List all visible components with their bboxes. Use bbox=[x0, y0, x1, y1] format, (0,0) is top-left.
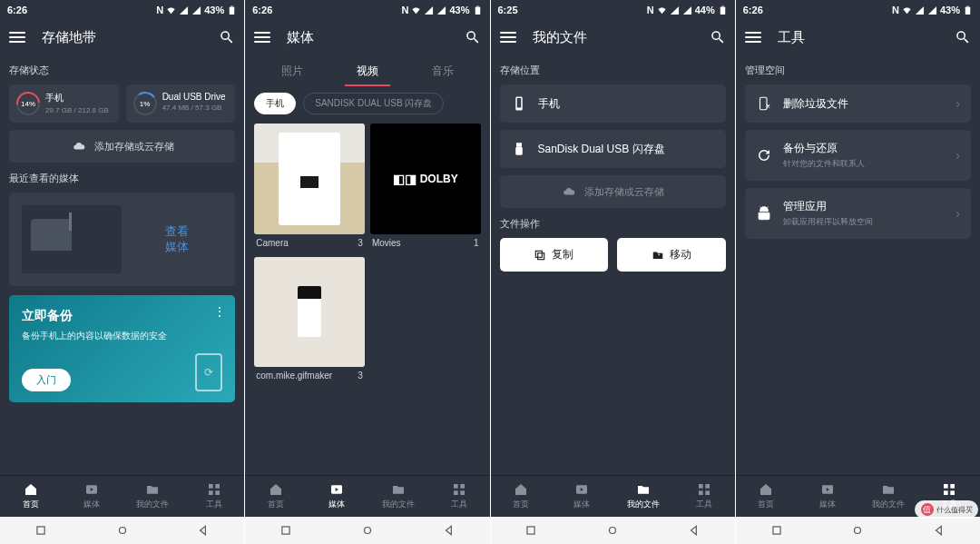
svg-rect-27 bbox=[699, 484, 703, 489]
back-key[interactable] bbox=[443, 524, 456, 537]
status-bar: 6:25 N 44% bbox=[491, 0, 735, 20]
status-bar: 6:26 N 43% bbox=[736, 0, 980, 20]
recent-apps[interactable] bbox=[34, 524, 47, 537]
svg-rect-40 bbox=[951, 490, 956, 495]
clock: 6:26 bbox=[252, 5, 272, 15]
tool-manage-apps[interactable]: 管理应用卸载应用程序以释放空间 › bbox=[745, 188, 971, 239]
files-icon bbox=[636, 482, 651, 497]
svg-rect-5 bbox=[209, 490, 213, 495]
tool-delete-junk[interactable]: 删除垃圾文件 › bbox=[745, 84, 971, 123]
nav-files[interactable]: 我的文件 bbox=[122, 476, 183, 517]
video-grid: Camera3 DOLBY Movies1 com.mike.gifmaker3 bbox=[254, 124, 480, 384]
status-bar: 6:26 N 43% bbox=[245, 0, 489, 20]
recent-apps[interactable] bbox=[279, 524, 292, 537]
section-title: 管理空间 bbox=[745, 64, 971, 77]
nav-media[interactable]: 媒体 bbox=[552, 476, 612, 517]
wifi-icon bbox=[657, 5, 667, 15]
tab-music[interactable]: 音乐 bbox=[405, 56, 480, 86]
section-title: 最近查看的媒体 bbox=[9, 172, 235, 185]
clock: 6:25 bbox=[498, 5, 518, 15]
nav-files[interactable]: 我的文件 bbox=[858, 476, 918, 517]
usage-ring: 1% bbox=[133, 92, 157, 115]
add-storage-button[interactable]: 添加存储或云存储 bbox=[9, 130, 235, 163]
video-folder[interactable]: DOLBY Movies1 bbox=[370, 124, 481, 252]
chip-usb[interactable]: SANDISK DUAL USB 闪存盘 bbox=[303, 93, 444, 114]
back-key[interactable] bbox=[197, 524, 210, 537]
cloud-icon bbox=[561, 185, 577, 198]
svg-rect-10 bbox=[476, 5, 478, 6]
home-key[interactable] bbox=[606, 524, 619, 537]
home-key[interactable] bbox=[116, 524, 129, 537]
content-area: 存储状态 14% 手机 29.7 GB / 212.8 GB 1% Dual U… bbox=[0, 54, 244, 475]
search-button[interactable] bbox=[219, 29, 235, 45]
tab-videos[interactable]: 视频 bbox=[329, 56, 405, 86]
nav-home[interactable]: 首页 bbox=[736, 476, 797, 517]
status-icons: N 43% bbox=[402, 5, 483, 15]
search-button[interactable] bbox=[955, 29, 971, 45]
menu-button[interactable] bbox=[9, 32, 25, 43]
nav-tools[interactable]: 工具 bbox=[673, 476, 734, 517]
svg-rect-37 bbox=[944, 484, 948, 489]
nav-tools[interactable]: 工具 bbox=[428, 476, 489, 517]
add-storage-button[interactable]: 添加存储或云存储 bbox=[500, 175, 726, 208]
home-key[interactable] bbox=[851, 524, 864, 537]
page-title: 媒体 bbox=[287, 29, 464, 46]
location-usb[interactable]: SanDisk Dual USB 闪存盘 bbox=[500, 130, 726, 168]
nav-files[interactable]: 我的文件 bbox=[612, 476, 673, 517]
phone-trash-icon bbox=[756, 95, 772, 112]
menu-button[interactable] bbox=[500, 32, 516, 43]
storage-cards: 14% 手机 29.7 GB / 212.8 GB 1% Dual USB Dr… bbox=[9, 84, 235, 123]
svg-rect-22 bbox=[516, 143, 522, 147]
battery-icon bbox=[963, 5, 973, 15]
storage-card-usb[interactable]: 1% Dual USB Drive 47.4 MB / 57.3 GB bbox=[126, 84, 236, 123]
back-key[interactable] bbox=[933, 524, 946, 537]
media-icon bbox=[329, 482, 344, 497]
nav-media[interactable]: 媒体 bbox=[307, 476, 368, 517]
nav-files[interactable]: 我的文件 bbox=[368, 476, 428, 517]
tool-backup-restore[interactable]: 备份与还原针对您的文件和联系人 › bbox=[745, 130, 971, 181]
video-folder[interactable]: Camera3 bbox=[254, 124, 365, 252]
nav-home[interactable]: 首页 bbox=[0, 476, 61, 517]
back-key[interactable] bbox=[688, 524, 701, 537]
location-phone[interactable]: 手机 bbox=[500, 84, 726, 123]
svg-rect-23 bbox=[515, 147, 523, 155]
media-icon bbox=[820, 482, 835, 497]
nav-tools[interactable]: 工具 bbox=[183, 476, 244, 517]
battery-pct: 44% bbox=[695, 5, 715, 15]
nav-home[interactable]: 首页 bbox=[491, 476, 552, 517]
storage-card-phone[interactable]: 14% 手机 29.7 GB / 212.8 GB bbox=[9, 84, 119, 123]
mailbox-icon bbox=[22, 205, 122, 273]
menu-button[interactable] bbox=[745, 32, 761, 43]
more-options[interactable]: ⋮ bbox=[213, 304, 226, 319]
tab-photos[interactable]: 照片 bbox=[254, 56, 329, 86]
home-key[interactable] bbox=[361, 524, 374, 537]
phone-icon bbox=[511, 95, 527, 112]
nav-media[interactable]: 媒体 bbox=[61, 476, 122, 517]
android-softkeys bbox=[736, 517, 980, 544]
status-bar: 6:26 N 43% bbox=[0, 0, 244, 20]
chevron-right-icon: › bbox=[956, 148, 960, 163]
search-button[interactable] bbox=[710, 29, 726, 45]
recent-media-card: 查看 媒体 bbox=[9, 193, 235, 286]
search-button[interactable] bbox=[465, 29, 481, 45]
svg-point-17 bbox=[364, 528, 370, 534]
copy-icon bbox=[534, 249, 546, 262]
svg-point-8 bbox=[119, 528, 125, 534]
svg-point-32 bbox=[610, 528, 616, 534]
menu-button[interactable] bbox=[254, 32, 270, 43]
nav-media[interactable]: 媒体 bbox=[797, 476, 858, 517]
storage-name: 手机 bbox=[45, 92, 109, 104]
video-folder[interactable]: com.mike.gifmaker3 bbox=[254, 257, 365, 385]
view-media-link[interactable]: 查看 媒体 bbox=[131, 224, 222, 255]
backup-start-button[interactable]: 入门 bbox=[22, 369, 71, 391]
recent-apps[interactable] bbox=[524, 524, 537, 537]
signal-icon bbox=[682, 5, 692, 15]
svg-rect-31 bbox=[527, 527, 534, 534]
copy-button[interactable]: 复制 bbox=[500, 238, 609, 272]
recent-apps[interactable] bbox=[770, 524, 783, 537]
nav-home[interactable]: 首页 bbox=[245, 476, 306, 517]
section-title: 文件操作 bbox=[500, 217, 726, 231]
svg-rect-6 bbox=[215, 490, 220, 495]
move-button[interactable]: 移动 bbox=[617, 238, 726, 272]
chip-phone[interactable]: 手机 bbox=[254, 93, 296, 114]
